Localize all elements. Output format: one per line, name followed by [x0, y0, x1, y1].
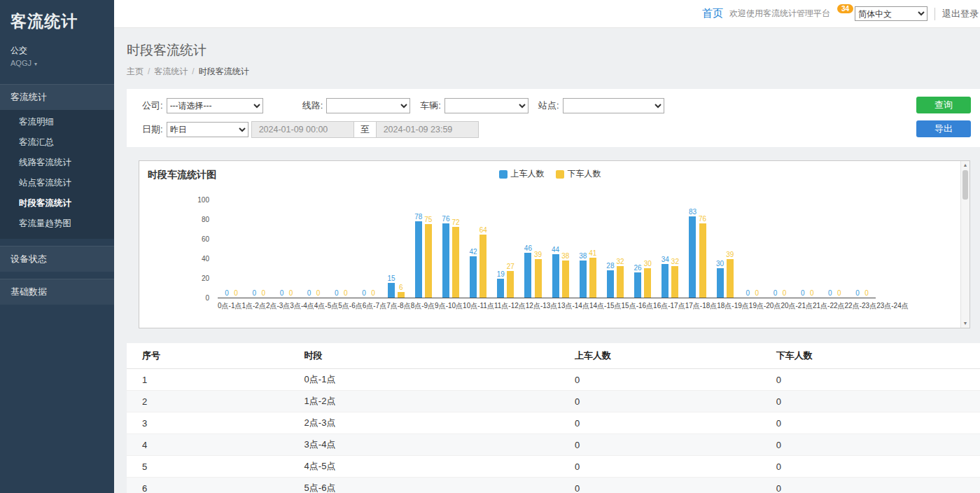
- sidebar-item[interactable]: 站点客流统计: [0, 173, 114, 193]
- bar-group: 00: [821, 200, 848, 298]
- x-tick-label: 18点-19点: [717, 301, 749, 311]
- data-table: 序号时段上车人数下车人数 10点-1点0021点-2点0032点-3点0043点…: [127, 343, 980, 493]
- bar-wrap: 32: [671, 200, 679, 298]
- x-tick-label: 21点-22点: [813, 301, 845, 311]
- x-tick-label: 20点-21点: [780, 301, 813, 311]
- bar-wrap: 0: [223, 200, 230, 298]
- x-tick-label: 1点-2点: [241, 301, 265, 311]
- sidebar-submenu: 客流明细客流汇总线路客流统计站点客流统计时段客流统计客流量趋势图: [0, 110, 114, 239]
- export-button[interactable]: 导出: [916, 120, 971, 137]
- chart-legend: 上车人数下车人数: [139, 168, 960, 180]
- bar-group: 1927: [492, 200, 519, 298]
- bar-wrap: 38: [561, 200, 569, 298]
- bar-wrap: 6: [398, 200, 405, 298]
- x-tick: 13点-14点: [557, 301, 589, 311]
- date-start-input[interactable]: [251, 121, 354, 138]
- bar-value-label: 0: [801, 289, 805, 297]
- welcome-text: 欢迎使用客流统计管理平台: [729, 8, 830, 20]
- bar-value-label: 0: [746, 289, 750, 297]
- vehicle-select[interactable]: [444, 98, 528, 113]
- notification-badge[interactable]: 34: [837, 4, 853, 13]
- bar-value-label: 0: [344, 289, 348, 297]
- x-tick: 22点-23点: [845, 301, 877, 311]
- legend-item[interactable]: 上车人数: [499, 168, 545, 180]
- user-menu[interactable]: AQGJ▾: [0, 57, 114, 67]
- bar: [607, 270, 614, 298]
- language-select[interactable]: 简体中文: [855, 6, 927, 21]
- bar-value-label: 46: [524, 244, 532, 252]
- bar-wrap: 26: [634, 200, 642, 298]
- chart-x-axis: 0点-1点1点-2点2点-3点3点-4点4点-5点5点-6点6点-7点7点-8点…: [218, 301, 876, 311]
- line-select[interactable]: [326, 98, 410, 113]
- company-select[interactable]: ---请选择---: [167, 98, 263, 113]
- y-tick-label: 20: [202, 275, 209, 282]
- bar-wrap: 42: [470, 200, 477, 298]
- table-column-header: 上车人数: [559, 343, 761, 369]
- bar-wrap: 0: [306, 200, 313, 298]
- y-tick-label: 80: [202, 216, 209, 223]
- date-to-label: 至: [354, 121, 376, 138]
- bar: [535, 259, 542, 298]
- sidebar-item[interactable]: 客流量趋势图: [0, 214, 114, 234]
- bar-wrap: 0: [836, 200, 843, 298]
- table-cell: 0点-1点: [289, 369, 559, 391]
- sidebar-menu: 客流统计客流明细客流汇总线路客流统计站点客流统计时段客流统计客流量趋势图设备状态…: [0, 84, 114, 305]
- sidebar-section[interactable]: 设备状态: [0, 246, 114, 272]
- bar-value-label: 0: [864, 289, 869, 297]
- x-tick-label: 8点-9点: [411, 301, 435, 311]
- station-select[interactable]: [563, 98, 664, 113]
- sidebar-item[interactable]: 线路客流统计: [0, 153, 114, 173]
- bar-group: 4438: [547, 200, 574, 298]
- bar-wrap: 28: [606, 200, 614, 298]
- x-tick: 4点-5点: [314, 301, 338, 311]
- bar-group: 3841: [574, 200, 601, 298]
- bar: [552, 254, 559, 298]
- station-label: 站点:: [538, 99, 559, 112]
- home-link[interactable]: 首页: [702, 7, 723, 20]
- filter-row-2: 日期: 昨日 至: [142, 121, 971, 138]
- bar-value-label: 26: [634, 264, 642, 272]
- scrollbar-thumb[interactable]: [962, 170, 968, 200]
- bar-wrap: 0: [342, 200, 349, 298]
- bar-group: 7672: [437, 200, 464, 298]
- bar-group: 4264: [465, 200, 492, 298]
- logout-link[interactable]: 退出登录: [934, 8, 979, 20]
- bar-value-label: 6: [399, 284, 403, 291]
- sidebar-section[interactable]: 客流统计: [0, 84, 114, 110]
- sidebar-item[interactable]: 时段客流统计: [0, 193, 114, 214]
- x-tick: 7点-8点: [386, 301, 410, 311]
- x-tick: 15点-16点: [622, 301, 654, 311]
- sidebar-section[interactable]: 基础数据: [0, 279, 114, 305]
- x-tick-label: 0点-1点: [218, 301, 241, 311]
- bar-value-label: 64: [479, 226, 487, 234]
- legend-label: 上车人数: [511, 168, 545, 180]
- x-tick: 1点-2点: [241, 301, 265, 311]
- legend-item[interactable]: 下车人数: [556, 168, 601, 180]
- bar: [580, 261, 587, 298]
- breadcrumb-item[interactable]: 客流统计: [154, 67, 188, 76]
- x-tick-label: 4点-5点: [314, 301, 338, 311]
- bar-wrap: 76: [442, 200, 449, 298]
- bar-group: 00: [794, 200, 821, 298]
- date-preset-select[interactable]: 昨日: [167, 122, 248, 137]
- scroll-down-icon[interactable]: ▼: [961, 319, 969, 328]
- bar-wrap: 0: [808, 200, 816, 298]
- bar-value-label: 0: [783, 289, 787, 297]
- chart-y-axis: 020406080100: [139, 200, 214, 298]
- bar-value-label: 72: [451, 218, 459, 226]
- table-cell: 0: [559, 456, 761, 478]
- date-end-input[interactable]: [376, 121, 479, 138]
- query-button[interactable]: 查询: [916, 97, 971, 113]
- bar-wrap: 72: [451, 200, 459, 298]
- table-cell: 0: [761, 369, 980, 391]
- bar-value-label: 32: [616, 258, 624, 265]
- scroll-up-icon[interactable]: ▲: [961, 161, 969, 169]
- breadcrumb-item[interactable]: 主页: [127, 67, 144, 76]
- bar-value-label: 75: [424, 216, 432, 223]
- sidebar: 客流统计 公交 AQGJ▾ 客流统计客流明细客流汇总线路客流统计站点客流统计时段…: [0, 0, 114, 493]
- sidebar-item[interactable]: 客流汇总: [0, 132, 114, 153]
- chart-scrollbar[interactable]: ▲ ▼: [960, 161, 969, 328]
- y-tick-label: 40: [202, 255, 209, 263]
- bar-group: 00: [245, 200, 272, 298]
- sidebar-item[interactable]: 客流明细: [0, 112, 114, 132]
